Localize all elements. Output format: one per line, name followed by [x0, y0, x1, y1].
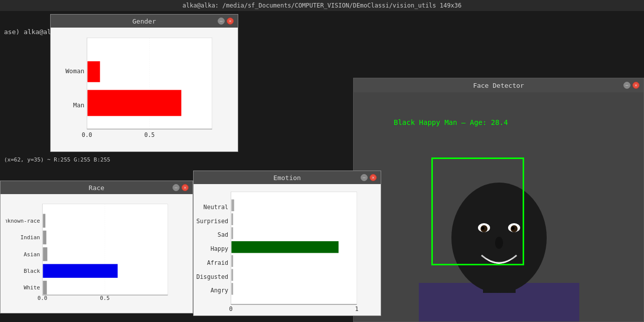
svg-rect-55 [231, 227, 233, 239]
race-titlebar: Race — × [1, 181, 193, 194]
svg-rect-56 [231, 241, 339, 253]
face-detector-controls: — × [623, 82, 639, 89]
svg-rect-37 [43, 247, 48, 261]
race-close-btn[interactable]: × [182, 184, 189, 191]
svg-rect-59 [231, 283, 233, 294]
race-chart-svg: Unknown-race Indian Asian Black White 0.… [6, 199, 183, 307]
face-detector-title: Face Detector [473, 82, 524, 89]
svg-text:0.0: 0.0 [82, 131, 92, 138]
svg-text:Man: Man [73, 101, 85, 109]
svg-rect-58 [231, 269, 233, 280]
svg-text:0: 0 [229, 305, 233, 312]
svg-text:Indian: Indian [21, 234, 40, 241]
emotion-controls: — × [361, 174, 377, 181]
svg-rect-20 [87, 61, 100, 82]
race-title: Race [89, 184, 104, 192]
race-minimize-btn[interactable]: — [173, 184, 180, 191]
svg-rect-54 [231, 213, 233, 225]
race-controls: — × [173, 184, 189, 191]
svg-rect-53 [231, 200, 234, 211]
svg-text:0.5: 0.5 [100, 295, 109, 301]
svg-rect-39 [43, 281, 47, 294]
svg-rect-57 [231, 255, 233, 267]
face-detector-minimize-btn[interactable]: — [623, 82, 630, 89]
svg-rect-38 [43, 264, 118, 277]
gender-titlebar: Gender — × [51, 15, 238, 28]
emotion-window: Emotion — × Neutral Surprised Sad Happy … [193, 171, 381, 316]
svg-rect-35 [43, 214, 46, 227]
gender-controls: — × [218, 18, 234, 25]
race-window: Race — × Unknown-race Indian Asian Black… [0, 181, 193, 313]
terminal-prompt: ase) alka@al [4, 28, 51, 36]
emotion-titlebar: Emotion — × [194, 171, 381, 184]
svg-text:0.5: 0.5 [144, 131, 155, 138]
gender-window: Gender — × Woman Man 0.0 0.5 [50, 14, 238, 152]
face-image: Black Happy Man — Age: 28.4 [354, 92, 643, 321]
face-detector-content: Black Happy Man — Age: 28.4 [354, 92, 643, 321]
svg-text:Neutral: Neutral [204, 204, 228, 211]
face-detector-titlebar: Face Detector — × [354, 78, 643, 92]
svg-text:Asian: Asian [24, 251, 40, 258]
svg-text:Happy: Happy [211, 245, 228, 252]
face-detector-close-btn[interactable]: × [632, 82, 639, 89]
window-title-bar: alka@alka: /media/sf_Documents/COMPUTER_… [0, 0, 644, 11]
svg-text:Sad: Sad [218, 231, 228, 238]
gender-chart-svg: Woman Man 0.0 0.5 [56, 33, 228, 147]
emotion-close-btn[interactable]: × [370, 174, 377, 181]
svg-text:Unknown-race: Unknown-race [6, 218, 40, 224]
svg-text:Afraid: Afraid [207, 259, 228, 266]
emotion-minimize-btn[interactable]: — [361, 174, 368, 181]
emotion-chart-container: Neutral Surprised Sad Happy Afraid Disgu… [194, 184, 381, 315]
face-detector-window: Face Detector — × [353, 78, 644, 322]
pixel-info: (x=62, y=35) ~ R:255 G:255 B:255 [4, 156, 110, 163]
emotion-title: Emotion [273, 174, 301, 182]
emotion-chart-svg: Neutral Surprised Sad Happy Afraid Disgu… [196, 187, 378, 320]
gender-chart-area: Woman Man 0.0 0.5 [51, 28, 238, 151]
gender-minimize-btn[interactable]: — [218, 18, 225, 25]
svg-rect-36 [43, 231, 47, 244]
svg-text:Angry: Angry [211, 287, 228, 294]
face-overlay-label: Black Happy Man — Age: 28.4 [394, 118, 508, 126]
svg-rect-23 [43, 204, 168, 295]
svg-text:0.0: 0.0 [38, 295, 47, 301]
svg-text:Disgusted: Disgusted [196, 273, 228, 280]
svg-rect-21 [87, 90, 181, 116]
svg-text:Surprised: Surprised [196, 218, 228, 225]
svg-text:White: White [24, 284, 40, 291]
svg-text:Woman: Woman [66, 67, 85, 75]
gender-title: Gender [132, 18, 156, 25]
gender-close-btn[interactable]: × [227, 18, 234, 25]
svg-text:Black: Black [24, 268, 40, 274]
title-text: alka@alka: /media/sf_Documents/COMPUTER_… [183, 2, 461, 9]
face-bounding-box [431, 157, 524, 265]
svg-text:1: 1 [355, 305, 359, 312]
race-chart-area: Unknown-race Indian Asian Black White 0.… [1, 194, 193, 313]
